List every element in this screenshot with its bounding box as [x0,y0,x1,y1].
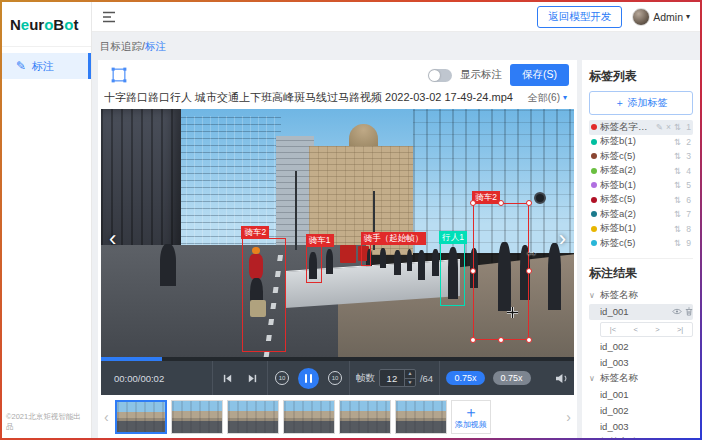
filmstrip-thumbnail[interactable] [171,400,223,434]
result-item[interactable]: id_003 [589,419,693,435]
annotation-label: 骑车2 [241,226,269,239]
label-color-dot [591,226,597,232]
resize-handle[interactable] [526,200,532,206]
show-annotation-toggle[interactable] [428,69,452,82]
resize-handle[interactable] [470,200,476,206]
resize-handle[interactable] [470,337,476,343]
result-item[interactable]: id_001 [589,387,693,403]
resize-handle[interactable] [498,337,504,343]
annotation-label: 骑车1 [306,234,334,247]
resize-handle[interactable] [498,200,504,206]
annotation-box[interactable]: 骑车2 [242,238,286,351]
show-annotation-label: 显示标注 [460,68,502,82]
sort-icon[interactable]: ⇅ [674,166,681,176]
resize-handle[interactable] [470,268,476,274]
sort-icon[interactable]: ⇅ [674,209,681,219]
result-item[interactable]: id_001 [589,304,693,320]
video-title: 十字路口路口行人 城市交通上下班高峰斑马线过马路视频 2022-03-02 17… [104,90,528,105]
sort-icon[interactable]: ⇅ [674,195,681,205]
filter-dropdown[interactable]: 全部(6) ▾ [528,91,567,105]
menu-fold-icon[interactable] [102,11,116,23]
label-row[interactable]: 标签b(1) ⇅ 2 [589,135,693,150]
pagination-first[interactable]: |< [608,325,618,334]
result-group-header[interactable]: ∨ 标签名称 [589,371,693,387]
delete-icon[interactable]: × [666,122,671,132]
filmstrip-next-button[interactable]: › [564,409,573,425]
logo-segment: o [64,16,73,33]
result-group-name: 标签名称 [600,372,638,385]
logo-segment: o [44,16,53,33]
label-name: 标签c(5) [600,193,671,206]
sort-icon[interactable]: ⇅ [674,137,681,147]
user-menu[interactable]: Admin ▾ [632,8,690,26]
breadcrumb-current: 标注 [145,40,166,52]
spinner-down-icon[interactable]: ▼ [405,378,415,387]
next-frame-button[interactable] [247,373,258,384]
filmstrip-thumbnail[interactable] [283,400,335,434]
label-row[interactable]: 标签c(5) ⇅ 9 [589,236,693,251]
volume-icon[interactable] [555,373,568,384]
label-row[interactable]: 标签a(2) ⇅ 7 [589,207,693,222]
logo-segment: e [21,16,29,33]
back-to-model-dev-button[interactable]: 返回模型开发 [537,6,622,28]
video-canvas[interactable]: 骑车2骑车1骑手（起始帧）行人1骑车2 ‹ › ↔ [101,109,574,357]
resize-handle[interactable] [526,337,532,343]
progress-fill [101,357,162,361]
filmstrip-thumbnail[interactable] [227,400,279,434]
annotation-box[interactable]: 骑手（起始帧） [361,244,370,266]
eye-icon[interactable] [672,308,682,315]
label-name: 标签b(1) [600,179,671,192]
speed-pill[interactable]: 0.75x [493,371,531,385]
annotation-box[interactable]: 骑车1 [306,246,322,283]
result-item[interactable]: id_002 [589,339,693,355]
main-column: 返回模型开发 Admin ▾ 目标追踪/标注 [92,2,700,438]
breadcrumb-parent[interactable]: 目标追踪 [100,40,142,52]
pagination-prev[interactable]: < [631,325,639,334]
resize-handle[interactable] [526,268,532,274]
sidebar-item-annotate[interactable]: ✎ 标注 [2,53,91,79]
frame-input[interactable] [380,370,404,386]
label-row[interactable]: 标签c(5) ⇅ 3 [589,149,693,164]
result-group-header[interactable]: ＞ 标签名称 [589,435,693,439]
sort-icon[interactable]: ⇅ [674,224,681,234]
sidebar: NeuroBot ✎ 标注 ©2021北京矩视智能出品 [2,2,92,438]
label-color-dot [591,153,597,159]
video-next-button[interactable]: › [559,228,566,250]
result-item[interactable]: id_002 [589,403,693,419]
video-progress-bar[interactable] [101,357,574,361]
label-row[interactable]: 标签c(5) ⇅ 6 [589,193,693,208]
label-row[interactable]: 标签a(2) ⇅ 4 [589,164,693,179]
object-frame-pagination: |< < > >| [600,322,693,337]
speed-pill-active[interactable]: 0.75x [446,371,484,385]
pagination-last[interactable]: >| [675,325,685,334]
trash-icon[interactable] [685,307,693,316]
filmstrip-prev-button[interactable]: ‹ [102,409,111,425]
spinner-up-icon[interactable]: ▲ [405,370,415,378]
annotation-box[interactable]: 骑车2 [473,203,529,339]
save-button[interactable]: 保存(S) [510,64,569,86]
edit-icon[interactable]: ✎ [656,122,663,132]
add-video-tile[interactable]: ＋ 添加视频 [451,400,491,434]
annotation-box[interactable]: 行人1 [440,243,466,306]
filmstrip-thumbnail[interactable] [395,400,447,434]
filmstrip-thumbnail[interactable] [115,400,167,434]
forward-10-button[interactable]: 10 [328,371,342,385]
label-row[interactable]: 标签名字最长数... ✎ × ⇅ 1 [589,120,693,135]
sort-icon[interactable]: ⇅ [674,122,681,132]
sort-icon[interactable]: ⇅ [674,238,681,248]
prev-frame-button[interactable] [222,373,233,384]
pause-button[interactable] [298,368,319,389]
rect-select-tool-icon[interactable] [110,66,128,84]
resize-cursor-icon: ↔ [525,244,538,259]
sort-icon[interactable]: ⇅ [674,180,681,190]
label-row[interactable]: 标签b(1) ⇅ 8 [589,222,693,237]
pagination-next[interactable]: > [653,325,661,334]
rewind-10-button[interactable]: 10 [275,371,289,385]
label-row[interactable]: 标签b(1) ⇅ 5 [589,178,693,193]
result-item[interactable]: id_003 [589,355,693,371]
video-prev-button[interactable]: ‹ [109,228,116,250]
sort-icon[interactable]: ⇅ [674,151,681,161]
result-group-header[interactable]: ∨ 标签名称 [589,288,693,304]
filmstrip-thumbnail[interactable] [339,400,391,434]
add-label-button[interactable]: ＋ 添加标签 [589,91,693,115]
